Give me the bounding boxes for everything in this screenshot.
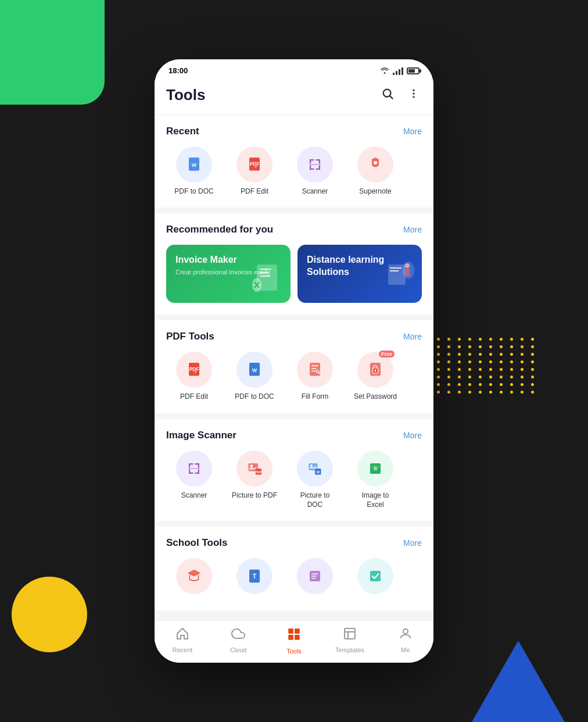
svg-rect-73 <box>311 578 316 579</box>
school-tools-grid: T <box>166 558 422 599</box>
svg-rect-14 <box>310 159 311 164</box>
bg-decoration-dots <box>437 338 553 454</box>
supernote-label: Supernote <box>359 187 391 196</box>
templates-nav-label: Templates <box>335 646 364 653</box>
nav-me[interactable]: Me <box>388 627 423 655</box>
svg-point-82 <box>403 629 408 634</box>
recent-item-pdf-to-doc[interactable]: W PDF to DOC <box>166 146 222 196</box>
svg-rect-77 <box>288 635 293 640</box>
image-scanner-more-button[interactable]: More <box>403 431 422 440</box>
pdf-tools-section: PDF Tools More PDF PDF Edit <box>155 320 433 413</box>
image-to-excel-tool[interactable]: S Image to Excel <box>347 451 403 509</box>
svg-rect-16 <box>310 165 311 170</box>
svg-rect-51 <box>198 463 199 468</box>
distance-learning-card[interactable]: Distance learning Solutions <box>297 245 422 303</box>
svg-text:PDF: PDF <box>256 470 262 474</box>
pdf-to-doc2-icon: W <box>236 352 273 388</box>
svg-point-0 <box>383 89 391 96</box>
picture-to-pdf-label: Picture to PDF <box>232 491 277 501</box>
search-button[interactable] <box>379 85 396 105</box>
nav-recent[interactable]: Recent <box>165 627 200 655</box>
school-tool-1[interactable] <box>166 558 222 599</box>
image-scanner-section: Image Scanner More <box>155 419 433 521</box>
svg-rect-38 <box>311 368 317 369</box>
pdf-edit-tool[interactable]: PDF PDF Edit <box>166 352 222 402</box>
invoice-maker-card[interactable]: Invoice Maker Creat professional invoice… <box>166 245 291 303</box>
fill-form-tool[interactable]: Fill Form <box>287 352 343 402</box>
svg-rect-23 <box>260 276 270 277</box>
svg-rect-54 <box>188 468 200 469</box>
bottom-navigation: Recent Cloud Tools <box>155 620 433 663</box>
recent-header: Recent More <box>166 126 422 137</box>
pdf-tools-grid: PDF PDF Edit W PDF to DOC <box>166 352 422 402</box>
school-tool-2[interactable]: T <box>227 558 282 599</box>
svg-rect-78 <box>295 635 300 640</box>
svg-rect-52 <box>189 470 190 474</box>
svg-rect-75 <box>288 628 293 634</box>
tools-nav-icon <box>286 627 302 645</box>
recommended-more-button[interactable]: More <box>403 225 422 234</box>
svg-point-45 <box>375 370 377 371</box>
svg-point-60 <box>310 464 313 467</box>
me-nav-label: Me <box>401 646 410 653</box>
svg-text:T: T <box>253 573 257 580</box>
nav-templates[interactable]: Templates <box>332 627 367 655</box>
app-header: Tools <box>155 80 433 115</box>
set-password-tool[interactable]: Free Set Password <box>347 352 403 402</box>
menu-button[interactable] <box>406 85 422 105</box>
picture-to-doc-icon: W <box>297 451 333 487</box>
pdf-edit-icon-wrapper: PDF <box>236 146 273 183</box>
svg-rect-53 <box>198 470 199 474</box>
image-scanner-header: Image Scanner More <box>166 430 422 441</box>
scanner2-label: Scanner <box>181 491 207 501</box>
school-tool-3[interactable] <box>287 558 343 599</box>
school1-icon <box>176 558 212 594</box>
me-nav-icon <box>399 627 413 644</box>
svg-point-19 <box>374 161 377 165</box>
recent-item-supernote[interactable]: Supernote <box>347 146 403 196</box>
recent-more-button[interactable]: More <box>403 127 422 136</box>
school-tools-title: School Tools <box>166 537 227 549</box>
svg-rect-71 <box>311 574 318 575</box>
recent-title: Recent <box>166 126 199 137</box>
image-scanner-title: Image Scanner <box>166 430 236 441</box>
pdf-to-doc2-label: PDF to DOC <box>235 392 274 402</box>
picture-to-pdf-tool[interactable]: PDF Picture to PDF <box>227 451 282 509</box>
templates-nav-icon <box>343 627 357 644</box>
pdf-to-doc-tool[interactable]: W PDF to DOC <box>227 352 282 402</box>
recommended-header: Recommended for you More <box>166 224 422 235</box>
status-time: 18:00 <box>168 66 188 75</box>
cloud-nav-icon <box>231 627 245 644</box>
image-to-excel-label: Image to Excel <box>362 491 389 509</box>
nav-tools[interactable]: Tools <box>277 627 311 655</box>
svg-point-2 <box>413 89 414 91</box>
image-to-excel-icon: S <box>357 451 393 487</box>
signal-icon <box>393 67 403 75</box>
recommended-section: Recommended for you More Invoice Maker C… <box>155 213 433 314</box>
recent-item-pdf-edit[interactable]: PDF PDF Edit <box>227 146 282 196</box>
recent-section: Recent More W PDF to DOC <box>155 115 433 208</box>
wifi-icon <box>380 66 389 76</box>
school-tool-4[interactable] <box>347 558 403 599</box>
nav-cloud[interactable]: Cloud <box>221 627 256 655</box>
picture-to-doc-label: Picture to DOC <box>300 491 330 509</box>
recent-item-scanner[interactable]: Scanner <box>287 146 343 196</box>
school3-icon <box>297 558 333 594</box>
svg-rect-76 <box>295 628 300 634</box>
school-tools-more-button[interactable]: More <box>403 538 422 548</box>
scanner-label: Scanner <box>302 187 328 196</box>
pdf-tools-title: PDF Tools <box>166 331 214 342</box>
svg-rect-39 <box>311 371 316 372</box>
pdf-to-doc-icon-wrapper: W <box>176 146 212 183</box>
svg-point-3 <box>413 92 414 94</box>
svg-line-1 <box>390 96 393 99</box>
scanner-tool[interactable]: Scanner <box>166 451 222 509</box>
picture-to-doc-tool[interactable]: W Picture to DOC <box>287 451 343 509</box>
battery-icon <box>407 67 420 74</box>
pdf-tools-more-button[interactable]: More <box>403 332 422 341</box>
fill-form-icon <box>297 352 333 388</box>
svg-text:W: W <box>316 470 320 474</box>
status-icons <box>380 66 420 76</box>
svg-rect-18 <box>309 164 321 165</box>
svg-rect-36 <box>310 363 320 376</box>
